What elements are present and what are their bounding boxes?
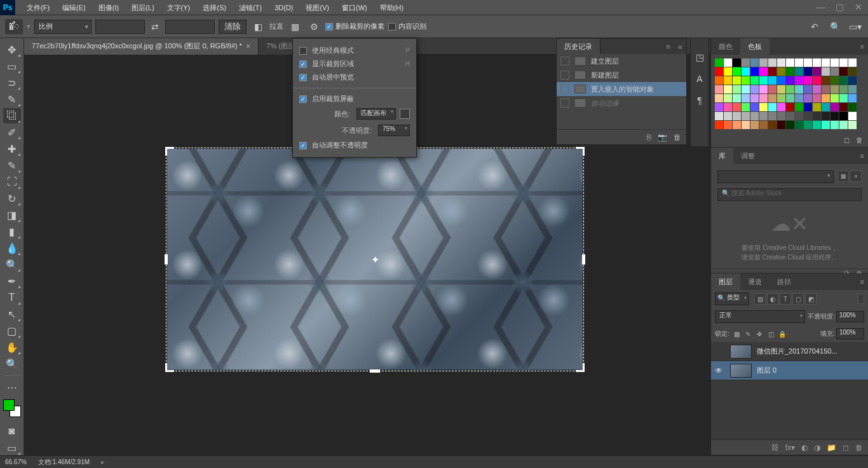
layer-row[interactable]: 👁 图层 0 (711, 361, 868, 380)
swatch[interactable] (750, 112, 759, 120)
panel-menu-icon[interactable]: ≡ (662, 43, 674, 50)
filter-kind-select[interactable]: 类型 (715, 292, 749, 305)
swatch[interactable] (742, 67, 750, 76)
content-aware-checkbox[interactable]: 内容识别 (388, 22, 426, 31)
swatch[interactable] (848, 59, 857, 67)
swatch[interactable] (795, 76, 803, 85)
create-document-icon[interactable]: ⎘ (647, 133, 651, 142)
swatch[interactable] (724, 103, 732, 111)
swatch[interactable] (750, 76, 759, 85)
swatch[interactable] (759, 85, 768, 93)
delete-cropped-checkbox[interactable]: ✓ 删除裁剪的像素 (325, 22, 384, 31)
crop-handle-r[interactable] (582, 254, 585, 265)
swatch[interactable] (733, 76, 741, 85)
crop-handle-l[interactable] (165, 254, 168, 265)
filter-toggle[interactable] (858, 294, 864, 304)
hand-tool[interactable]: ✋ (3, 340, 21, 355)
eraser-tool[interactable]: ◨ (3, 207, 21, 223)
swatch[interactable] (724, 67, 732, 76)
layer-fx-icon[interactable]: fx▾ (785, 443, 795, 452)
maximize-button[interactable]: ▢ (830, 1, 849, 14)
path-select-tool[interactable]: ↖ (3, 306, 21, 322)
swatch[interactable] (724, 85, 732, 93)
swatch[interactable] (813, 85, 821, 93)
swatch[interactable] (831, 103, 839, 111)
swatch[interactable] (733, 112, 741, 120)
delete-layer-icon[interactable]: 🗑 (855, 443, 863, 452)
layer-thumbnail[interactable] (730, 345, 752, 359)
swatch[interactable] (848, 76, 857, 85)
zoom-level[interactable]: 66.67% (5, 458, 27, 465)
auto-center-preview-toggle[interactable]: ✓ 自动居中预览 (293, 71, 416, 84)
lock-transparency-icon[interactable]: ▩ (732, 329, 742, 339)
menu-view[interactable]: 视图(V) (299, 0, 336, 15)
delete-swatch-icon[interactable]: 🗑 (856, 136, 863, 144)
swatch[interactable] (768, 112, 776, 120)
swatch[interactable] (848, 103, 857, 111)
menu-file[interactable]: 文件(F) (20, 0, 56, 15)
swatch[interactable] (750, 103, 759, 111)
filter-shape-icon[interactable]: ▢ (792, 293, 804, 305)
menu-type[interactable]: 文字(Y) (161, 0, 197, 15)
grid-view-icon[interactable]: ▦ (837, 170, 849, 182)
swatch[interactable] (795, 103, 803, 111)
shield-opacity-select[interactable]: 75% (378, 125, 410, 136)
adjustment-layer-icon[interactable]: ◑ (814, 443, 820, 452)
swatch[interactable] (813, 59, 821, 67)
swatch[interactable] (715, 94, 723, 102)
panel-menu-icon[interactable]: ≡ (857, 278, 868, 286)
swatch[interactable] (759, 112, 768, 120)
clear-button[interactable]: 清除 (219, 20, 247, 34)
swatch[interactable] (715, 59, 723, 67)
swatch[interactable] (822, 85, 830, 93)
swatch[interactable] (848, 112, 857, 120)
stamp-tool[interactable]: ⛶ (3, 174, 21, 189)
document-tab-1[interactable]: 77ec2b70ly1ffdsv3qnq4j20xc0xcgol.jpg @ 1… (24, 38, 259, 55)
menu-select[interactable]: 选择(S) (196, 0, 233, 15)
swatch[interactable] (813, 94, 821, 102)
new-layer-icon[interactable]: ◻ (843, 443, 849, 452)
crop-tool[interactable]: ⿻ (3, 108, 21, 123)
menu-filter[interactable]: 滤镜(T) (233, 0, 268, 15)
swatch[interactable] (831, 67, 839, 76)
swatch[interactable] (839, 59, 848, 67)
swatch[interactable] (742, 112, 750, 120)
tab-swatches[interactable]: 色板 (740, 38, 770, 55)
swatch[interactable] (786, 59, 794, 67)
swatch[interactable] (786, 94, 794, 102)
swatch[interactable] (795, 67, 803, 76)
swatch[interactable] (839, 67, 848, 76)
menu-window[interactable]: 窗口(W) (336, 0, 374, 15)
swatch[interactable] (786, 112, 794, 120)
zoom-tool[interactable]: 🔍 (3, 356, 21, 371)
close-button[interactable]: ✕ (849, 1, 868, 14)
swatch[interactable] (733, 85, 741, 93)
swatch[interactable] (742, 85, 750, 93)
history-item[interactable]: 置入嵌入的智能对象 (557, 82, 686, 96)
swatch[interactable] (831, 76, 839, 85)
crop-handle-tl[interactable] (165, 147, 174, 156)
lasso-tool[interactable]: ⊃ (3, 75, 21, 90)
swatch[interactable] (777, 76, 785, 85)
swatch[interactable] (768, 121, 776, 129)
menu-layer[interactable]: 图层(L) (125, 0, 160, 15)
opacity-input[interactable]: 100% (836, 311, 864, 322)
swatch[interactable] (804, 85, 812, 93)
swatch[interactable] (839, 121, 848, 129)
swatch[interactable] (822, 76, 830, 85)
swatch[interactable] (822, 121, 830, 129)
swatch[interactable] (715, 112, 723, 120)
menu-3d[interactable]: 3D(D) (268, 0, 299, 15)
swatch[interactable] (759, 67, 768, 76)
swatch[interactable] (786, 67, 794, 76)
swatch[interactable] (777, 112, 785, 120)
swatch[interactable] (715, 76, 723, 85)
strip-char-icon[interactable]: A (693, 72, 706, 85)
layer-name[interactable]: 图层 0 (757, 366, 776, 375)
minimize-button[interactable]: — (811, 1, 830, 14)
gradient-tool[interactable]: ▮ (3, 224, 21, 239)
swatch[interactable] (759, 76, 768, 85)
tab-channels[interactable]: 通道 (740, 273, 770, 290)
swatch[interactable] (777, 121, 785, 129)
strip-para-icon[interactable]: ¶ (693, 94, 706, 107)
